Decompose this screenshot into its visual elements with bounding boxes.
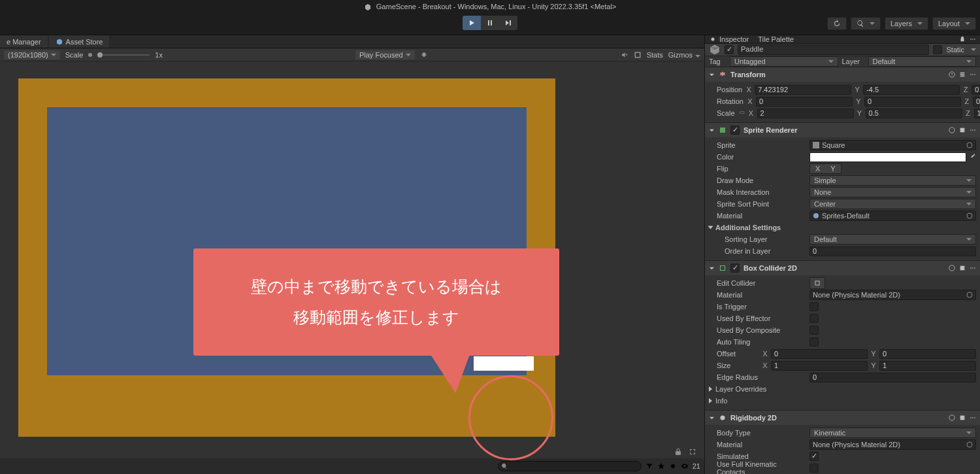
hidden-icon[interactable]	[669, 462, 677, 470]
material-object-field[interactable]: Sprites-Default	[809, 211, 976, 221]
rigidbody-material-field[interactable]: None (Physics Material 2D)	[809, 439, 976, 450]
layer-dropdown[interactable]: Default	[868, 56, 977, 67]
svg-point-27	[949, 415, 955, 420]
inspector-icon	[709, 35, 717, 43]
foldout-icon[interactable]	[709, 127, 715, 133]
foldout-icon[interactable]	[709, 72, 715, 78]
used-by-effector-checkbox[interactable]	[809, 314, 819, 323]
sprite-sort-point-dropdown[interactable]: Center	[809, 199, 976, 209]
tab-package-manager[interactable]: e Manager	[0, 35, 48, 48]
favorites-icon[interactable]	[657, 462, 665, 470]
flip-buttons[interactable]: XY	[809, 163, 841, 174]
tab-inspector[interactable]: Inspector	[709, 35, 749, 43]
menu-icon[interactable]	[970, 265, 976, 271]
play-button[interactable]	[463, 16, 481, 30]
help-icon[interactable]	[949, 265, 955, 271]
game-view-toolbar: (1920x1080) Scale 1x Play Focused Stats …	[0, 48, 704, 61]
offset-y-input[interactable]	[879, 349, 976, 359]
is-trigger-checkbox[interactable]	[809, 302, 819, 311]
mask-interaction-dropdown[interactable]: None	[809, 187, 976, 197]
menu-icon[interactable]	[970, 415, 976, 421]
preset-icon[interactable]	[959, 127, 966, 133]
additional-settings-foldout[interactable]: Additional Settings	[709, 222, 976, 233]
scale-z-input[interactable]	[974, 109, 980, 118]
rotation-x-input[interactable]	[756, 97, 853, 107]
layer-overrides-foldout[interactable]: Layer Overrides	[709, 383, 976, 395]
layers-dropdown[interactable]: Layers	[885, 17, 928, 30]
pause-button[interactable]	[481, 16, 499, 30]
mute-audio-icon[interactable]	[621, 51, 629, 59]
offset-x-input[interactable]	[771, 349, 868, 359]
play-focused-dropdown[interactable]: Play Focused	[355, 50, 415, 59]
static-dropdown[interactable]	[971, 48, 976, 51]
rotation-y-input[interactable]	[864, 97, 961, 107]
preset-icon[interactable]	[959, 71, 966, 78]
expand-icon[interactable]	[689, 448, 696, 456]
position-x-input[interactable]	[755, 85, 851, 95]
rotation-z-input[interactable]	[973, 97, 980, 107]
static-checkbox[interactable]	[933, 45, 942, 54]
gameobject-icon	[709, 44, 721, 56]
eyedropper-icon[interactable]	[968, 153, 976, 161]
position-z-input[interactable]	[972, 85, 980, 95]
svg-point-26	[721, 416, 725, 420]
menu-icon[interactable]	[970, 36, 976, 42]
layout-dropdown[interactable]: Layout	[932, 17, 976, 30]
tag-dropdown[interactable]: Untagged	[730, 56, 838, 67]
svg-point-31	[967, 442, 972, 447]
vsync-icon[interactable]	[634, 51, 642, 59]
tab-asset-store[interactable]: Asset Store	[49, 35, 110, 48]
stats-button[interactable]: Stats	[647, 51, 663, 59]
help-icon[interactable]	[949, 127, 955, 133]
window-titlebar: GameScene - Breakout - Windows, Mac, Lin…	[0, 0, 980, 13]
foldout-icon[interactable]	[709, 265, 715, 271]
gameobject-name-input[interactable]: Paddle	[738, 44, 929, 55]
menu-icon[interactable]	[970, 71, 976, 78]
constrain-proportions-icon[interactable]	[738, 109, 745, 117]
view-tabs: e Manager Asset Store	[0, 35, 704, 48]
lock-icon[interactable]	[959, 36, 966, 42]
order-in-layer-input[interactable]	[809, 246, 976, 256]
size-y-input[interactable]	[879, 361, 976, 371]
gizmos-dropdown[interactable]: Gizmos	[668, 51, 700, 59]
bug-icon[interactable]	[420, 51, 428, 59]
global-search-button[interactable]	[851, 17, 881, 30]
sprite-object-field[interactable]: Square	[809, 140, 976, 150]
eye-icon[interactable]	[681, 462, 689, 470]
sorting-layer-dropdown[interactable]: Default	[809, 234, 976, 245]
aspect-dropdown[interactable]: (1920x1080)	[4, 50, 60, 59]
position-y-input[interactable]	[863, 85, 960, 95]
scale-y-input[interactable]	[866, 109, 962, 118]
project-search-input[interactable]	[498, 461, 642, 471]
edge-radius-input[interactable]	[809, 373, 976, 382]
color-field[interactable]	[809, 152, 966, 162]
box-collider-enabled-checkbox[interactable]	[730, 263, 740, 273]
sprite-renderer-enabled-checkbox[interactable]	[730, 126, 740, 135]
callout-line-1: 壁の中まで移動できている場合は	[251, 271, 502, 303]
filter-icon[interactable]	[645, 462, 653, 470]
step-button[interactable]	[499, 16, 517, 30]
help-icon[interactable]: ?	[949, 71, 955, 78]
scale-slider[interactable]	[97, 54, 150, 56]
lock-icon[interactable]	[674, 448, 682, 456]
draw-mode-dropdown[interactable]: Simple	[809, 175, 976, 186]
foldout-icon[interactable]	[709, 415, 715, 421]
edit-collider-button[interactable]	[809, 277, 825, 289]
collider-material-field[interactable]: None (Physics Material 2D)	[809, 290, 976, 300]
body-type-dropdown[interactable]: Kinematic	[809, 428, 976, 438]
menu-icon[interactable]	[970, 127, 976, 133]
tab-tile-palette[interactable]: Tile Palette	[758, 35, 794, 43]
size-x-input[interactable]	[771, 361, 868, 371]
undo-history-button[interactable]	[827, 17, 847, 30]
help-icon[interactable]	[949, 415, 955, 421]
auto-tiling-checkbox[interactable]	[809, 337, 819, 347]
scale-x-input[interactable]	[757, 109, 854, 118]
preset-icon[interactable]	[959, 415, 966, 421]
simulated-checkbox[interactable]	[809, 452, 819, 461]
info-foldout[interactable]: Info	[709, 395, 976, 407]
gameobject-active-checkbox[interactable]	[725, 45, 734, 54]
svg-point-7	[970, 74, 972, 75]
full-kinematic-contacts-checkbox[interactable]	[809, 464, 819, 473]
used-by-composite-checkbox[interactable]	[809, 326, 819, 335]
preset-icon[interactable]	[959, 265, 966, 271]
